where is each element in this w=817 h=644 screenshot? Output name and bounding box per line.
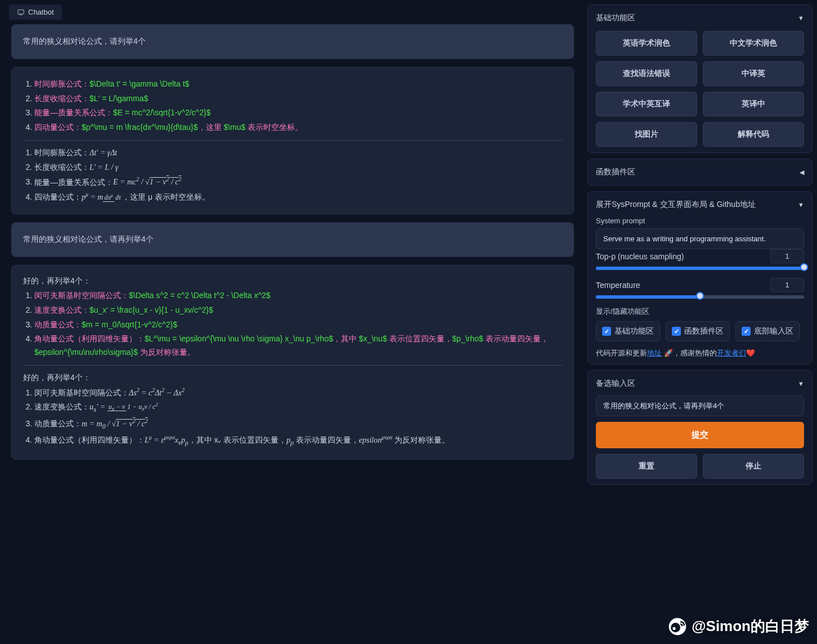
footer-credits: 代码开源和更新地址 🚀，感谢热情的开发者们❤️ bbox=[596, 348, 804, 358]
chat-log: 常用的狭义相对论公式，请列举4个 时间膨胀公式：$\Delta t' = \ga… bbox=[5, 24, 581, 640]
check-func-area[interactable]: ✓函数插件区 bbox=[666, 321, 730, 341]
top-p-slider[interactable] bbox=[596, 267, 804, 270]
checkbox-icon: ✓ bbox=[672, 327, 681, 336]
tab-bar: Chatbot bbox=[5, 4, 581, 20]
repo-link[interactable]: 地址 bbox=[647, 349, 662, 357]
btn-chinese-polish[interactable]: 中文学术润色 bbox=[703, 31, 804, 56]
checkbox-icon: ✓ bbox=[742, 327, 751, 336]
btn-zh-to-en[interactable]: 中译英 bbox=[703, 61, 804, 86]
panel-basic-header[interactable]: 基础功能区 ▼ bbox=[596, 11, 804, 25]
panel-functions-header[interactable]: 函数插件区 ◀ bbox=[596, 165, 804, 179]
caret-down-icon: ▼ bbox=[798, 380, 804, 387]
panel-basic: 基础功能区 ▼ 英语学术润色 中文学术润色 查找语法错误 中译英 学术中英互译 … bbox=[587, 4, 812, 153]
devs-link[interactable]: 开发者们 bbox=[717, 349, 746, 357]
check-bottom-input[interactable]: ✓底部输入区 bbox=[735, 321, 800, 341]
checkbox-icon: ✓ bbox=[602, 327, 611, 336]
svg-rect-0 bbox=[18, 10, 24, 14]
temperature-label: Temperature bbox=[596, 281, 765, 290]
stop-button[interactable]: 停止 bbox=[703, 454, 804, 479]
check-basic-area[interactable]: ✓基础功能区 bbox=[596, 321, 660, 341]
caret-down-icon: ▼ bbox=[798, 201, 804, 208]
assistant-message: 好的，再列举4个： 闵可夫斯基时空间隔公式：$\Delta s^2 = c^2 … bbox=[11, 265, 574, 459]
panel-functions: 函数插件区 ◀ bbox=[587, 159, 812, 186]
panel-input-header[interactable]: 备选输入区 ▼ bbox=[596, 376, 804, 391]
user-message: 常用的狭义相对论公式，请列举4个 bbox=[11, 24, 574, 59]
top-p-label: Top-p (nucleus sampling) bbox=[596, 252, 765, 261]
assistant-message: 时间膨胀公式：$\Delta t' = \gamma \Delta t$ 长度收… bbox=[11, 67, 574, 215]
chat-icon bbox=[17, 8, 25, 16]
btn-english-polish[interactable]: 英语学术润色 bbox=[596, 31, 697, 56]
system-prompt-input[interactable] bbox=[596, 228, 804, 249]
temperature-value[interactable]: 1 bbox=[770, 278, 804, 292]
top-p-value[interactable]: 1 bbox=[770, 249, 804, 263]
submit-button[interactable]: 提交 bbox=[596, 422, 804, 448]
temperature-slider[interactable] bbox=[596, 295, 804, 299]
btn-en-to-zh[interactable]: 英译中 bbox=[703, 92, 804, 116]
system-prompt-label: System prompt bbox=[596, 217, 804, 225]
user-message: 常用的狭义相对论公式，请再列举4个 bbox=[11, 222, 574, 257]
caret-down-icon: ▼ bbox=[798, 15, 804, 21]
caret-left-icon: ◀ bbox=[800, 169, 804, 176]
panel-sysprompt: 展开SysPrompt & 交互界面布局 & Github地址 ▼ System… bbox=[587, 191, 812, 364]
btn-grammar-check[interactable]: 查找语法错误 bbox=[596, 61, 697, 86]
btn-explain-code[interactable]: 解释代码 bbox=[703, 122, 804, 147]
panel-sysprompt-header[interactable]: 展开SysPrompt & 交互界面布局 & Github地址 ▼ bbox=[596, 197, 804, 212]
alt-input-field[interactable] bbox=[596, 395, 804, 416]
btn-academic-translate[interactable]: 学术中英互译 bbox=[596, 92, 697, 116]
tab-label: Chatbot bbox=[28, 8, 54, 16]
btn-find-image[interactable]: 找图片 bbox=[596, 122, 697, 147]
tab-chatbot[interactable]: Chatbot bbox=[9, 4, 62, 20]
reset-button[interactable]: 重置 bbox=[596, 454, 697, 479]
visibility-label: 显示/隐藏功能区 bbox=[596, 307, 804, 317]
panel-input: 备选输入区 ▼ 提交 重置 停止 bbox=[587, 370, 812, 485]
